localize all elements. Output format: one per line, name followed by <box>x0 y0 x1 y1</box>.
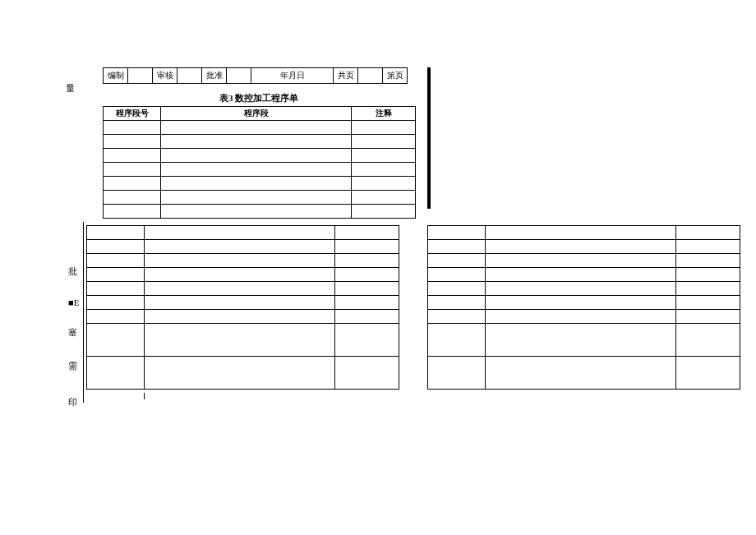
header-cell-pageno: 第页 <box>383 68 408 84</box>
program-header-row: 程序段号 程序段 注释 <box>104 107 416 121</box>
table-row <box>104 163 416 177</box>
table-row <box>428 282 740 296</box>
table-row <box>104 205 416 219</box>
table-row <box>428 310 740 324</box>
table3-title: 表3 数控加工程序单 <box>103 92 415 104</box>
table-row <box>87 268 399 282</box>
table-row <box>87 296 399 310</box>
table-row <box>428 324 740 357</box>
table-row <box>428 131 431 146</box>
table-row <box>428 254 740 268</box>
table-row <box>428 99 431 115</box>
bottom-left-table <box>86 225 399 390</box>
table-row <box>104 121 416 135</box>
table-row <box>104 177 416 191</box>
program-header-seg: 程序段 <box>161 107 352 121</box>
continuation-table-top <box>427 67 431 209</box>
table-row <box>428 268 740 282</box>
table-row <box>104 191 416 205</box>
bottom-right-table <box>427 225 740 390</box>
side-label-pi: 批 <box>68 265 77 278</box>
table-row <box>428 84 431 99</box>
header-cell-bianzhi: 编制 <box>104 68 128 84</box>
table-row <box>87 240 399 254</box>
table-row <box>87 310 399 324</box>
header-cell-shenhe: 审核 <box>153 68 177 84</box>
table-row <box>87 254 399 268</box>
header-row: 编制 审核 批准 年月日 共页 第页 <box>104 68 408 84</box>
header-cell-blank2 <box>177 68 202 84</box>
table-row <box>428 178 431 193</box>
table-row <box>104 135 416 149</box>
header-cell-totalpage: 共页 <box>334 68 358 84</box>
program-table: 程序段号 程序段 注释 <box>103 106 416 219</box>
header-cell-blank4 <box>358 68 383 84</box>
side-label-sai: 塞 <box>68 326 77 339</box>
table-row <box>87 226 399 240</box>
header-cell-blank1 <box>128 68 153 84</box>
tick-mark <box>144 393 145 399</box>
table-row <box>104 149 416 163</box>
header-cell-blank3 <box>227 68 251 84</box>
table-row <box>428 240 740 254</box>
table-row <box>87 324 399 357</box>
table-row <box>428 115 431 131</box>
side-label-liang: 量 <box>66 82 75 95</box>
header-cell-date: 年月日 <box>251 68 334 84</box>
bottom-left-vline <box>83 222 84 403</box>
header-cell-pizhun: 批准 <box>202 68 227 84</box>
table-row <box>428 226 740 240</box>
program-header-comment: 注释 <box>352 107 416 121</box>
side-label-xu: 需 <box>68 360 77 372</box>
side-label-e: ■E <box>68 297 79 307</box>
table-row <box>87 357 399 390</box>
table-row <box>428 193 431 209</box>
table-row <box>87 282 399 296</box>
side-label-yin: 印 <box>68 396 77 408</box>
program-header-segno: 程序段号 <box>104 107 161 121</box>
table-row <box>428 68 431 84</box>
page-left-top: 编制 审核 批准 年月日 共页 第页 表3 数控加工程序单 程序段号 程序段 注… <box>70 0 416 219</box>
table-row <box>428 296 740 310</box>
table-row <box>428 146 431 162</box>
table-row <box>428 162 431 178</box>
header-approval-table: 编制 审核 批准 年月日 共页 第页 <box>103 67 408 84</box>
table-row <box>428 357 740 390</box>
